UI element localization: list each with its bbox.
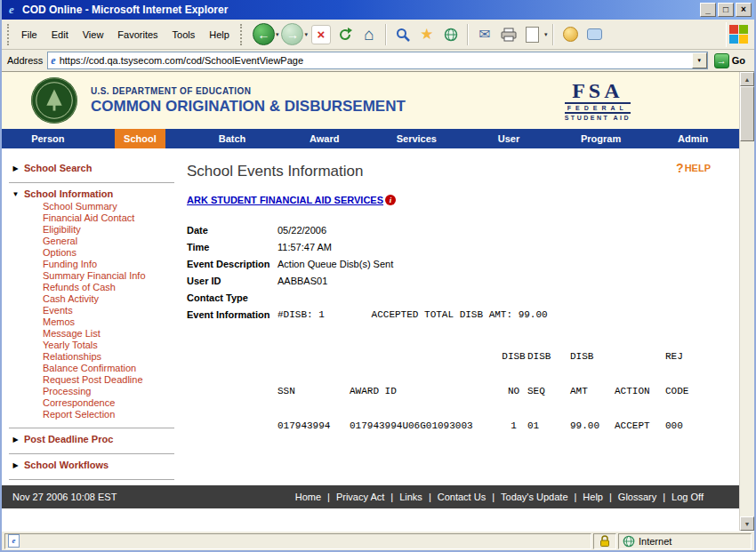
scrollbar-thumb[interactable] [740, 86, 754, 141]
sidebar-item-processing[interactable]: Processing [11, 386, 174, 397]
toolbar-grip[interactable] [240, 24, 244, 45]
nav-tab-person[interactable]: Person [2, 129, 94, 148]
scroll-up-button[interactable]: ▲ [740, 72, 754, 86]
vertical-scrollbar[interactable]: ▲ ▼ [739, 72, 754, 531]
footer-separator: | [492, 492, 495, 502]
field-list: Date05/22/2006Time11:57:47 AMEvent Descr… [187, 225, 739, 321]
go-button[interactable]: → Go [712, 53, 751, 68]
field-value: Action Queue Disb(s) Sent [277, 259, 393, 270]
footer-link-help[interactable]: Help [583, 492, 603, 502]
mail-button[interactable]: ✉ [474, 22, 495, 47]
sidebar-item-eligibility[interactable]: Eligibility [11, 224, 174, 236]
address-dropdown-button[interactable]: ▼ [692, 52, 707, 68]
minimize-button[interactable]: _ [700, 3, 716, 17]
footer-link-privacy-act[interactable]: Privacy Act [336, 492, 384, 502]
messenger-button[interactable] [559, 22, 581, 47]
footer-link-glossary[interactable]: Glossary [618, 492, 656, 502]
sidebar-item-message-list[interactable]: Message List [11, 328, 174, 340]
sidebar-item-request-post-deadline[interactable]: Request Post Deadline [11, 374, 174, 386]
sidebar-item-options[interactable]: Options [11, 247, 174, 259]
sidebar-header-label: School Search [24, 163, 92, 173]
sidebar-header-school-search[interactable]: ▶School Search [11, 161, 174, 175]
search-button[interactable] [392, 22, 414, 47]
help-link[interactable]: ? HELP [676, 163, 711, 173]
nav-tab-user[interactable]: User [462, 129, 555, 148]
sidebar-item-report-selection[interactable]: Report Selection [11, 409, 174, 420]
edit-button[interactable] [522, 22, 543, 47]
sidebar-item-general[interactable]: General [11, 236, 174, 247]
sidebar-item-cash-activity[interactable]: Cash Activity [11, 293, 174, 305]
close-button[interactable]: × [736, 3, 752, 17]
home-button[interactable]: ⌂ [358, 22, 380, 47]
scrollbar-track[interactable] [740, 141, 754, 516]
favorites-button[interactable]: ★ [416, 22, 438, 47]
menu-item-view[interactable]: View [76, 27, 111, 43]
info-icon[interactable]: i [385, 195, 396, 205]
chevron-right-icon: ▶ [11, 461, 20, 469]
lock-icon [599, 535, 610, 548]
footer-link-links[interactable]: Links [399, 492, 422, 502]
sidebar-header-school-workflows[interactable]: ▶School Workflows [11, 458, 174, 472]
sidebar-item-financial-aid-contact[interactable]: Financial Aid Contact [11, 212, 174, 224]
sidebar-header-post-deadline-proc[interactable]: ▶Post Deadline Proc [11, 432, 174, 446]
menu-item-tools[interactable]: Tools [165, 27, 203, 43]
field-row-contact-type: Contact Type [187, 292, 739, 304]
maximize-button[interactable]: □ [718, 3, 734, 17]
nav-tab-batch[interactable]: Batch [186, 129, 278, 148]
address-input[interactable]: e https://cod.qa.tsysecom.com/cod/School… [47, 52, 707, 69]
back-dropdown[interactable]: ▾ [276, 31, 279, 38]
toolbar-grip[interactable] [7, 24, 11, 45]
forward-button[interactable]: → [281, 22, 303, 47]
status-left-panel: e [4, 533, 591, 549]
back-button[interactable]: ← [253, 22, 275, 47]
footer-separator: | [327, 492, 330, 502]
menu-item-file[interactable]: File [14, 27, 44, 43]
toolbar-separator [552, 24, 554, 45]
refresh-button[interactable] [334, 22, 356, 47]
sidebar-item-yearly-totals[interactable]: Yearly Totals [11, 340, 174, 351]
edit-page-icon [526, 27, 539, 43]
sidebar-item-relationships[interactable]: Relationships [11, 351, 174, 363]
banner-text: U.S. DEPARTMENT OF EDUCATION COMMON ORIG… [91, 86, 565, 116]
sidebar-section-school-information: ▼School InformationSchool SummaryFinanci… [9, 183, 174, 428]
discuss-button[interactable] [583, 22, 605, 47]
nav-tab-award[interactable]: Award [278, 129, 371, 148]
media-button[interactable] [440, 22, 462, 47]
scroll-down-button[interactable]: ▼ [740, 516, 754, 531]
footer-link-contact-us[interactable]: Contact Us [438, 492, 486, 502]
document-icon: e [8, 534, 20, 548]
field-value: #DISB: 1 ACCEPTED TOTAL DISB AMT: 99.00 [277, 309, 548, 321]
nav-tab-services[interactable]: Services [371, 129, 463, 148]
title-bar[interactable]: e COD Online - Microsoft Internet Explor… [2, 0, 754, 20]
nav-tab-admin[interactable]: Admin [647, 129, 739, 148]
sidebar-item-summary-financial-info[interactable]: Summary Financial Info [11, 270, 174, 282]
sidebar-item-school-summary[interactable]: School Summary [11, 201, 174, 212]
address-url: https://cod.qa.tsysecom.com/cod/SchoolEv… [60, 55, 688, 66]
sidebar-header-school-information[interactable]: ▼School Information [11, 187, 174, 201]
menu-item-favorites[interactable]: Favorites [110, 27, 165, 43]
printer-icon [501, 28, 517, 42]
stop-button[interactable]: × [310, 22, 332, 47]
sidebar-item-events[interactable]: Events [11, 305, 174, 316]
forward-icon: → [281, 23, 303, 45]
nav-tab-program[interactable]: Program [555, 129, 647, 148]
sidebar-item-funding-info[interactable]: Funding Info [11, 259, 174, 270]
nav-tab-school[interactable]: School [94, 129, 187, 148]
school-link[interactable]: ARK STUDENT FINANCIAL AID SERVICES [187, 195, 383, 205]
mail-icon: ✉ [479, 26, 490, 43]
footer-link-home[interactable]: Home [295, 492, 321, 502]
footer-link-log-off[interactable]: Log Off [672, 492, 704, 502]
edit-dropdown[interactable]: ▾ [544, 31, 548, 38]
menu-item-help[interactable]: Help [202, 27, 237, 43]
footer-link-today-s-update[interactable]: Today's Update [501, 492, 567, 502]
sidebar-item-memos[interactable]: Memos [11, 316, 174, 328]
nav-tab-label: Program [572, 129, 630, 148]
sidebar-item-correspondence[interactable]: Correspondence [11, 397, 174, 409]
field-label: Time [187, 242, 277, 253]
forward-dropdown[interactable]: ▾ [304, 31, 308, 38]
print-button[interactable] [498, 22, 519, 47]
nav-tab-label: School [115, 129, 165, 148]
sidebar-item-refunds-of-cash[interactable]: Refunds of Cash [11, 282, 174, 293]
menu-item-edit[interactable]: Edit [44, 27, 76, 43]
sidebar-item-balance-confirmation[interactable]: Balance Confirmation [11, 363, 174, 374]
